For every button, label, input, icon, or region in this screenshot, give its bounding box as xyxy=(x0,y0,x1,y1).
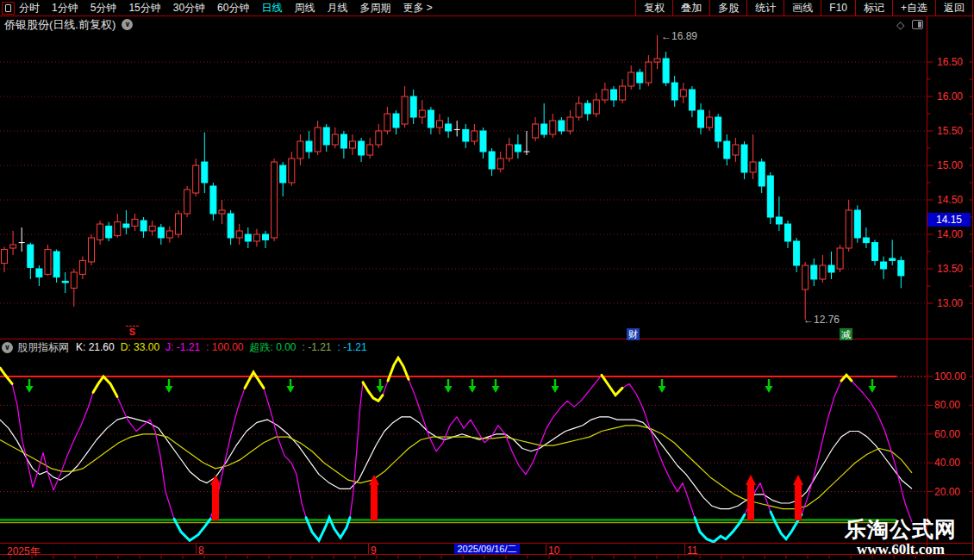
indicator-axis-label: 20.00 xyxy=(934,486,960,498)
candle-body xyxy=(332,134,338,145)
candle-body xyxy=(367,145,373,155)
toolbar-item-标记[interactable]: 标记 xyxy=(855,0,892,16)
toolbar-item-统计[interactable]: 统计 xyxy=(746,0,784,16)
toolbar-item-叠加[interactable]: 叠加 xyxy=(672,0,709,16)
toolbar-item-60分钟[interactable]: 60分钟 xyxy=(217,1,249,16)
candle-body xyxy=(263,234,269,240)
candle-body xyxy=(820,265,826,279)
sell-arrow-icon xyxy=(554,379,556,386)
sell-arrow-icon xyxy=(379,379,381,386)
candle-body xyxy=(115,222,121,236)
candle-body xyxy=(837,248,843,269)
top-toolbar: 分时1分钟5分钟15分钟30分钟60分钟日线周线月线多周期更多 > 复权叠加多股… xyxy=(0,0,974,16)
indicator-value: 超跌: 0.00 xyxy=(249,341,296,353)
sell-arrow-icon xyxy=(552,386,559,393)
candle-body xyxy=(872,243,878,261)
candle-body xyxy=(245,234,251,241)
candle-body xyxy=(559,121,565,131)
toolbar-item-更多 >[interactable]: 更多 > xyxy=(403,1,432,16)
sell-arrow-icon xyxy=(869,386,877,393)
high-annotation: ←16.89 xyxy=(661,30,697,42)
title-bar: 侨银股份(日线.前复权) ∨ xyxy=(4,18,133,31)
candle-body xyxy=(306,141,312,152)
candle-body xyxy=(97,224,103,240)
toolbar-item-1分钟[interactable]: 1分钟 xyxy=(52,1,78,16)
candle-body xyxy=(698,110,704,128)
candle-body xyxy=(402,96,408,124)
candle-body xyxy=(611,90,617,100)
toolbar-item-分时[interactable]: 分时 xyxy=(19,1,40,16)
candle-body xyxy=(45,250,51,275)
candle-body xyxy=(280,165,286,183)
toolbar-item-多周期[interactable]: 多周期 xyxy=(359,1,390,16)
candle-body xyxy=(202,162,208,183)
candle-body xyxy=(272,162,278,238)
split-window-icon[interactable] xyxy=(2,2,15,15)
toolbar-item-月线[interactable]: 月线 xyxy=(327,1,347,16)
candle-body xyxy=(123,224,129,227)
toolbar-item-30分钟[interactable]: 30分钟 xyxy=(173,1,205,16)
candle-body xyxy=(228,214,234,238)
toolbar-item-多股[interactable]: 多股 xyxy=(709,0,746,16)
toolbar-item-周线[interactable]: 周线 xyxy=(294,1,315,16)
candle-body xyxy=(253,234,259,241)
watermark: 乐淘公式网 www.60lt.com xyxy=(823,518,974,557)
toolbar-item-5分钟[interactable]: 5分钟 xyxy=(91,1,117,16)
chevron-down-icon[interactable]: ∨ xyxy=(122,19,133,30)
candle-body xyxy=(854,210,860,238)
candle-body xyxy=(576,103,582,117)
candle-body xyxy=(210,186,216,214)
toolbar-item-画线[interactable]: 画线 xyxy=(784,0,821,16)
toolbar-item-15分钟[interactable]: 15分钟 xyxy=(128,1,160,16)
chart-graphics xyxy=(0,0,974,560)
price-axis-label: 15.00 xyxy=(937,159,963,171)
candle-body xyxy=(446,124,452,131)
candle-body xyxy=(689,90,695,110)
indicator-name[interactable]: 股朋指标网 xyxy=(17,340,69,355)
candle-body xyxy=(132,219,138,226)
candle-body xyxy=(36,269,42,277)
candle-body xyxy=(10,245,16,248)
candle-body xyxy=(2,250,8,264)
candle-body xyxy=(323,128,329,145)
price-axis-label: 13.50 xyxy=(937,263,963,275)
candle-body xyxy=(79,260,85,274)
candle-body xyxy=(149,226,155,231)
candle-body xyxy=(53,252,59,277)
sell-arrow-icon xyxy=(659,386,666,393)
sell-arrow-icon xyxy=(287,386,295,393)
sell-arrow-icon xyxy=(445,386,453,393)
candle-body xyxy=(236,231,242,238)
sell-arrow-icon xyxy=(168,379,170,386)
toolbar-item-+自选[interactable]: +自选 xyxy=(892,0,935,16)
j-oversold-segment xyxy=(306,518,350,541)
indicator-value: : 100.00 xyxy=(206,341,243,353)
j-overbought-segment xyxy=(93,376,117,396)
indicator-value: : -1.21 xyxy=(303,341,332,353)
candle-body xyxy=(741,145,747,172)
finance-badge[interactable]: 财 xyxy=(627,328,640,340)
sell-arrow-icon xyxy=(165,386,173,393)
buy-tower-marker xyxy=(371,484,378,520)
reduction-badge[interactable]: 减 xyxy=(840,328,852,340)
price-axis-label: 15.50 xyxy=(937,125,963,137)
sell-arrow-icon xyxy=(492,386,500,393)
price-axis-label: 14.50 xyxy=(937,194,963,206)
candle-body xyxy=(628,72,634,86)
pane-layout-icon[interactable] xyxy=(912,20,923,29)
candle-body xyxy=(567,117,573,131)
candle-body xyxy=(646,62,652,83)
candle-body xyxy=(376,131,382,145)
diamond-icon[interactable]: ◇ xyxy=(896,19,904,31)
price-axis-label: 16.00 xyxy=(937,90,963,103)
sell-arrow-icon xyxy=(471,379,473,386)
toolbar-item-复权[interactable]: 复权 xyxy=(635,0,672,16)
toolbar-item-日线[interactable]: 日线 xyxy=(261,1,282,16)
action-menu: 复权叠加多股统计画线F10标记+自选返回 xyxy=(635,0,973,16)
toolbar-item-F10[interactable]: F10 xyxy=(821,0,855,16)
toolbar-item-返回[interactable]: 返回 xyxy=(935,0,972,16)
period-menu: 分时1分钟5分钟15分钟30分钟60分钟日线周线月线多周期更多 > xyxy=(19,0,433,16)
candle-body xyxy=(340,134,347,148)
candle-body xyxy=(802,265,809,289)
chevron-down-icon[interactable]: ∨ xyxy=(2,342,13,353)
